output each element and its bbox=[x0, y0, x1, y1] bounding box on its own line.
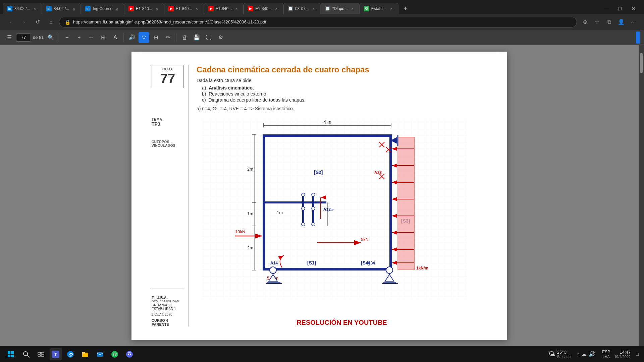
tab-6[interactable]: ▶ E1-840... × bbox=[204, 3, 244, 14]
tab-1-close[interactable]: × bbox=[32, 6, 38, 11]
tab-8-close[interactable]: × bbox=[311, 6, 316, 11]
settings[interactable]: ⚙ bbox=[215, 32, 226, 43]
save[interactable]: 💾 bbox=[191, 32, 202, 43]
url-bar[interactable]: 🔒 https://campus.fi.uba.ar/pluginfile.ph… bbox=[59, 17, 577, 27]
notification-icon[interactable]: □ bbox=[635, 352, 640, 357]
back-button[interactable]: ‹ bbox=[5, 17, 16, 27]
new-tab-button[interactable]: + bbox=[400, 3, 411, 14]
tab-7-close[interactable]: × bbox=[274, 6, 279, 11]
tab-1[interactable]: in 84.02 /... × bbox=[3, 3, 42, 14]
item-a: a) Análisis cinemático. bbox=[202, 85, 487, 90]
tab-8-favicon: 📄 bbox=[288, 6, 293, 11]
tab-3-label: Ing Course bbox=[93, 6, 112, 11]
svg-rect-0 bbox=[200, 119, 468, 300]
language-indicator[interactable]: ESP LAA bbox=[602, 350, 610, 359]
filter-tool[interactable]: ⊟ bbox=[151, 32, 161, 43]
tab-4[interactable]: ▶ E1-840... × bbox=[124, 3, 164, 14]
svg-text:10kN: 10kN bbox=[235, 229, 245, 234]
spotify-button[interactable] bbox=[109, 348, 121, 360]
chevron-up-icon[interactable]: ^ bbox=[577, 352, 579, 357]
cloud-icon[interactable]: ☁ bbox=[581, 351, 587, 357]
item-c: c) Diagrama de cuerpo libre de todas las… bbox=[202, 97, 487, 103]
pdf-sidebar-toggle[interactable]: ☰ bbox=[4, 32, 15, 43]
tab-6-close[interactable]: × bbox=[234, 6, 239, 11]
weather-temp: 25°C bbox=[557, 350, 571, 355]
tab-4-close[interactable]: × bbox=[154, 6, 160, 11]
home-button[interactable]: ⌂ bbox=[46, 17, 56, 27]
read-aloud[interactable]: 🔊 bbox=[126, 32, 137, 43]
svg-text:A14: A14 bbox=[270, 261, 278, 265]
svg-text:A12∞: A12∞ bbox=[323, 207, 334, 212]
tab-2[interactable]: in 84.02 /... × bbox=[42, 3, 81, 14]
svg-point-90 bbox=[111, 351, 118, 358]
draw-tool[interactable]: ✏ bbox=[163, 32, 173, 43]
footer-labels: F.I.U.B.A. DTO. ESTABILIDAD 84.02 /64.11… bbox=[152, 289, 184, 326]
taskview-button[interactable] bbox=[35, 348, 47, 360]
tab-4-label: E1-840... bbox=[136, 6, 152, 11]
scrollbar-thumb[interactable] bbox=[640, 53, 643, 73]
rotate[interactable]: A bbox=[110, 32, 121, 43]
separator-3 bbox=[176, 33, 176, 42]
extensions-icon[interactable]: ⊕ bbox=[580, 17, 590, 27]
collections-icon[interactable]: ⧉ bbox=[604, 17, 614, 27]
time-display[interactable]: 14:47 19/4/2022 bbox=[614, 350, 631, 359]
close-button[interactable]: ✕ bbox=[628, 3, 639, 14]
tab-5-favicon: ▶ bbox=[168, 6, 174, 11]
tab-7[interactable]: ▶ E1-840... × bbox=[244, 3, 283, 14]
tab-10[interactable]: G Estabil... × bbox=[360, 3, 398, 14]
favorites-icon[interactable]: ☆ bbox=[592, 17, 602, 27]
profile-icon[interactable]: 👤 bbox=[616, 17, 627, 27]
tab-5[interactable]: ▶ E1-840... × bbox=[164, 3, 204, 14]
fileexplorer-button[interactable] bbox=[79, 348, 91, 360]
fullscreen[interactable]: ⛶ bbox=[203, 32, 214, 43]
svg-rect-74 bbox=[8, 351, 10, 354]
tab-4-favicon: ▶ bbox=[128, 6, 134, 11]
discord-button[interactable] bbox=[123, 348, 136, 360]
minimize-button[interactable]: — bbox=[601, 3, 612, 14]
tab-10-label: Estabil... bbox=[371, 6, 387, 11]
svg-rect-88 bbox=[82, 352, 85, 354]
pdf-search[interactable]: 🔍 bbox=[45, 32, 56, 43]
start-button[interactable] bbox=[4, 348, 17, 361]
mail-button[interactable] bbox=[94, 348, 106, 360]
reload-button[interactable]: ↺ bbox=[32, 17, 43, 27]
tab-5-close[interactable]: × bbox=[194, 6, 200, 11]
print[interactable]: 🖨 bbox=[179, 32, 190, 43]
tab-3-close[interactable]: × bbox=[114, 6, 120, 11]
tab-2-close[interactable]: × bbox=[71, 6, 76, 11]
highlight-tool[interactable]: ▽ bbox=[139, 32, 149, 43]
fit-page[interactable]: ⊞ bbox=[98, 32, 109, 43]
svg-point-78 bbox=[23, 352, 28, 356]
tab-3[interactable]: in Ing Course × bbox=[81, 3, 124, 14]
zoom-out[interactable]: − bbox=[62, 32, 72, 43]
search-taskbar-button[interactable] bbox=[20, 348, 32, 360]
fiuba-label: F.I.U.B.A. bbox=[152, 296, 184, 300]
fit-width[interactable]: ↔ bbox=[86, 32, 97, 43]
tab-8[interactable]: 📄 03-07... × bbox=[283, 3, 321, 14]
volume-icon[interactable]: 🔊 bbox=[589, 351, 595, 357]
zoom-in[interactable]: + bbox=[74, 32, 85, 43]
teams-button[interactable]: T bbox=[50, 348, 62, 360]
svg-rect-82 bbox=[38, 355, 41, 356]
browser-toolbar: ⊕ ☆ ⧉ 👤 ⋯ bbox=[580, 17, 639, 27]
pdf-viewer[interactable]: HOJA 77 TEMA TP3 CUERPOS VINCULADOS F.I.… bbox=[0, 45, 639, 346]
svg-rect-89 bbox=[97, 352, 103, 357]
maximize-button[interactable]: □ bbox=[614, 3, 625, 14]
tab-10-close[interactable]: × bbox=[389, 6, 394, 11]
pdf-toolbar: ☰ de 81 🔍 − + ↔ ⊞ A 🔊 ▽ ⊟ ✏ 🖨 💾 ⛶ ⚙ bbox=[0, 30, 644, 45]
svg-point-92 bbox=[128, 353, 129, 355]
page-number-input[interactable] bbox=[16, 34, 31, 42]
vinculados-label: VINCULADOS bbox=[152, 144, 184, 147]
edge-button[interactable] bbox=[64, 348, 76, 360]
svg-text:1kN/m: 1kN/m bbox=[416, 266, 428, 270]
svg-text:4 m: 4 m bbox=[323, 119, 331, 125]
tab-9[interactable]: 📄 *Diapo... × bbox=[321, 3, 360, 14]
svg-rect-80 bbox=[38, 352, 41, 354]
tab-9-close[interactable]: × bbox=[350, 6, 355, 11]
scrollbar[interactable] bbox=[639, 45, 644, 346]
forward-button[interactable]: › bbox=[19, 17, 30, 27]
estabilidad-label: ESTABILIDAD 1 bbox=[152, 307, 184, 311]
more-button[interactable]: ⋯ bbox=[628, 17, 639, 27]
svg-point-70 bbox=[302, 207, 305, 210]
lock-icon: 🔒 bbox=[65, 19, 70, 25]
